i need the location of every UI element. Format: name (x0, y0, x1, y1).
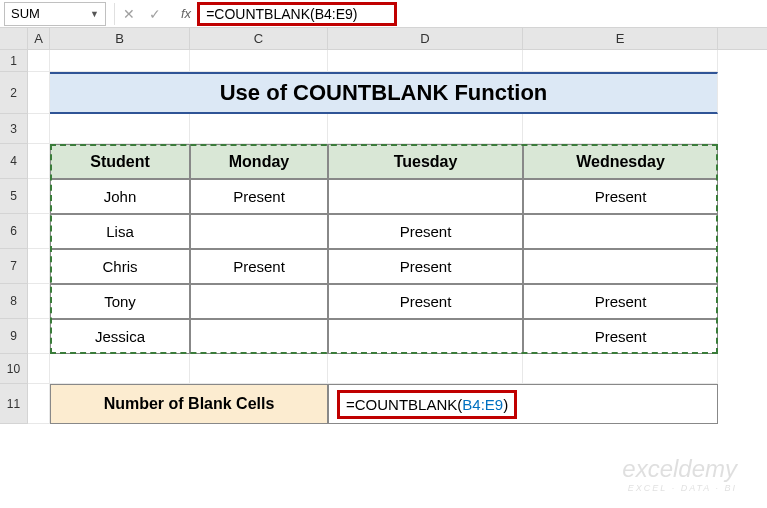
cell-d5[interactable] (328, 179, 523, 214)
row-8: 8 Tony Present Present (0, 284, 767, 319)
column-headers: A B C D E (0, 28, 767, 50)
cell-e1[interactable] (523, 50, 718, 72)
cell-c3[interactable] (190, 114, 328, 144)
cell-e10[interactable] (523, 354, 718, 384)
cell-d6[interactable]: Present (328, 214, 523, 249)
separator (114, 3, 115, 25)
row-header-3[interactable]: 3 (0, 114, 28, 144)
watermark-main: exceldemy (622, 455, 737, 482)
row-2: 2 Use of COUNTBLANK Function (0, 72, 767, 114)
name-box-value: SUM (11, 6, 40, 21)
formula-suffix: ) (503, 396, 508, 413)
formula-bar[interactable]: =COUNTBLANK(B4:E9) (197, 2, 397, 26)
row-header-6[interactable]: 6 (0, 214, 28, 249)
cell-e9[interactable]: Present (523, 319, 718, 354)
col-header-c[interactable]: C (190, 28, 328, 49)
cell-d10[interactable] (328, 354, 523, 384)
row-header-10[interactable]: 10 (0, 354, 28, 384)
cell-c9[interactable] (190, 319, 328, 354)
header-tuesday[interactable]: Tuesday (328, 144, 523, 179)
cell-a1[interactable] (28, 50, 50, 72)
row-header-4[interactable]: 4 (0, 144, 28, 179)
header-student[interactable]: Student (50, 144, 190, 179)
formula-bar-icons: ✕ ✓ fx (123, 6, 197, 22)
row-header-9[interactable]: 9 (0, 319, 28, 354)
cell-c5[interactable]: Present (190, 179, 328, 214)
result-formula-cell[interactable]: =COUNTBLANK(B4:E9) (328, 384, 718, 424)
row-header-5[interactable]: 5 (0, 179, 28, 214)
row-6: 6 Lisa Present (0, 214, 767, 249)
name-box-dropdown-icon[interactable]: ▼ (90, 9, 99, 19)
cell-a8[interactable] (28, 284, 50, 319)
spreadsheet-grid: A B C D E 1 2 Use of COUNTBLANK Function… (0, 28, 767, 424)
cell-e7[interactable] (523, 249, 718, 284)
cell-d1[interactable] (328, 50, 523, 72)
row-4: 4 Student Monday Tuesday Wednesday (0, 144, 767, 179)
cell-b9[interactable]: Jessica (50, 319, 190, 354)
cell-c7[interactable]: Present (190, 249, 328, 284)
fx-icon[interactable]: fx (181, 6, 191, 21)
row-header-8[interactable]: 8 (0, 284, 28, 319)
name-box[interactable]: SUM ▼ (4, 2, 106, 26)
cell-d3[interactable] (328, 114, 523, 144)
cell-e5[interactable]: Present (523, 179, 718, 214)
cell-a2[interactable] (28, 72, 50, 114)
cell-e8[interactable]: Present (523, 284, 718, 319)
watermark: exceldemy EXCEL · DATA · BI (622, 455, 737, 493)
result-label[interactable]: Number of Blank Cells (50, 384, 328, 424)
col-header-e[interactable]: E (523, 28, 718, 49)
cell-b6[interactable]: Lisa (50, 214, 190, 249)
formula-highlight: =COUNTBLANK(B4:E9) (337, 390, 517, 419)
cell-b7[interactable]: Chris (50, 249, 190, 284)
select-all-corner[interactable] (0, 28, 28, 49)
cell-a3[interactable] (28, 114, 50, 144)
cell-b1[interactable] (50, 50, 190, 72)
row-header-1[interactable]: 1 (0, 50, 28, 72)
title-cell[interactable]: Use of COUNTBLANK Function (50, 72, 718, 114)
cell-d8[interactable]: Present (328, 284, 523, 319)
header-monday[interactable]: Monday (190, 144, 328, 179)
cell-a4[interactable] (28, 144, 50, 179)
cell-c6[interactable] (190, 214, 328, 249)
cell-a10[interactable] (28, 354, 50, 384)
cell-b3[interactable] (50, 114, 190, 144)
cell-b5[interactable]: John (50, 179, 190, 214)
formula-ref: B4:E9 (462, 396, 503, 413)
row-9: 9 Jessica Present (0, 319, 767, 354)
enter-icon[interactable]: ✓ (149, 6, 161, 22)
col-header-a[interactable]: A (28, 28, 50, 49)
row-3: 3 (0, 114, 767, 144)
row-header-2[interactable]: 2 (0, 72, 28, 114)
cell-d9[interactable] (328, 319, 523, 354)
row-header-7[interactable]: 7 (0, 249, 28, 284)
cell-a7[interactable] (28, 249, 50, 284)
cell-a9[interactable] (28, 319, 50, 354)
col-header-d[interactable]: D (328, 28, 523, 49)
cell-c8[interactable] (190, 284, 328, 319)
row-1: 1 (0, 50, 767, 72)
watermark-sub: EXCEL · DATA · BI (622, 483, 737, 493)
cell-a11[interactable] (28, 384, 50, 424)
cell-b10[interactable] (50, 354, 190, 384)
row-10: 10 (0, 354, 767, 384)
cell-a5[interactable] (28, 179, 50, 214)
formula-toolbar: SUM ▼ ✕ ✓ fx =COUNTBLANK(B4:E9) (0, 0, 767, 28)
cell-c10[interactable] (190, 354, 328, 384)
row-5: 5 John Present Present (0, 179, 767, 214)
col-header-b[interactable]: B (50, 28, 190, 49)
cell-a6[interactable] (28, 214, 50, 249)
cell-c1[interactable] (190, 50, 328, 72)
header-wednesday[interactable]: Wednesday (523, 144, 718, 179)
cell-e6[interactable] (523, 214, 718, 249)
cell-d7[interactable]: Present (328, 249, 523, 284)
row-header-11[interactable]: 11 (0, 384, 28, 424)
cell-b8[interactable]: Tony (50, 284, 190, 319)
formula-prefix: =COUNTBLANK( (346, 396, 462, 413)
cell-e3[interactable] (523, 114, 718, 144)
formula-bar-text: =COUNTBLANK(B4:E9) (206, 6, 357, 22)
row-11: 11 Number of Blank Cells =COUNTBLANK(B4:… (0, 384, 767, 424)
row-7: 7 Chris Present Present (0, 249, 767, 284)
cancel-icon[interactable]: ✕ (123, 6, 135, 22)
